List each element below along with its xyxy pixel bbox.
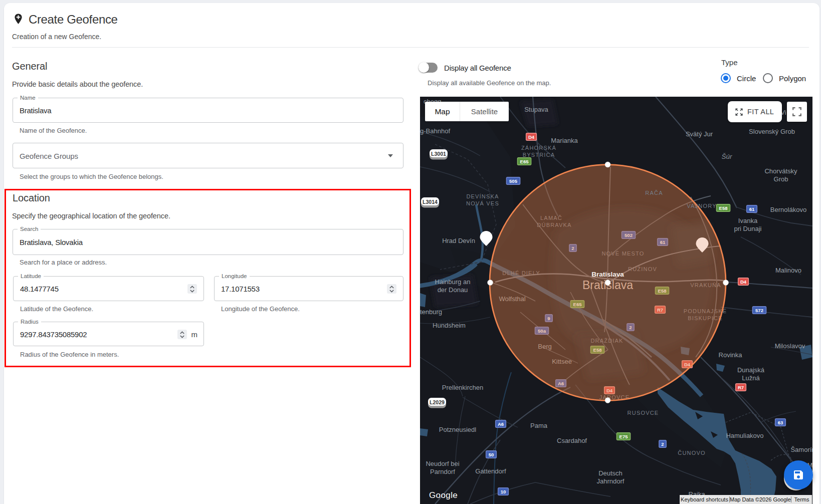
svg-text:Chorvátsky: Chorvátsky (764, 167, 797, 175)
svg-text:R7: R7 (738, 385, 744, 390)
svg-text:L3014: L3014 (423, 199, 438, 205)
svg-text:pri Dunaji: pri Dunaji (734, 225, 762, 232)
svg-text:RUSOVCE: RUSOVCE (628, 410, 659, 416)
svg-text:L2029: L2029 (430, 399, 445, 405)
svg-text:tenburg: tenburg (420, 308, 442, 316)
svg-text:Marianka: Marianka (551, 137, 578, 144)
svg-text:Deutsch: Deutsch (598, 469, 623, 477)
svg-text:g-Bahnhof: g-Bahnhof (420, 127, 450, 135)
svg-text:DEVÍNSKA: DEVÍNSKA (466, 193, 499, 199)
svg-text:Gattendorf: Gattendorf (475, 467, 506, 475)
svg-text:Pama: Pama (530, 422, 548, 429)
svg-text:der Donau: der Donau (438, 286, 468, 294)
svg-text:50: 50 (489, 452, 494, 457)
svg-text:Ivanka: Ivanka (738, 217, 758, 224)
svg-text:572: 572 (755, 308, 763, 313)
svg-text:61: 61 (749, 206, 755, 212)
svg-text:Šúr: Šúr (721, 153, 732, 160)
svg-text:Stupava: Stupava (524, 106, 548, 113)
svg-text:Parndorf: Parndorf (430, 468, 455, 475)
svg-text:Bernolákovo: Bernolákovo (770, 206, 806, 213)
svg-text:ZÁHORSKÁ: ZÁHORSKÁ (521, 145, 556, 151)
svg-text:63: 63 (778, 420, 783, 425)
svg-text:Jahrndorf: Jahrndorf (597, 477, 625, 485)
svg-text:Bratislava: Bratislava (591, 271, 624, 278)
svg-text:Miloslavov: Miloslavov (775, 342, 805, 350)
svg-text:Potzneusiedl: Potzneusiedl (439, 426, 477, 433)
svg-text:ČUNOVO: ČUNOVO (678, 450, 705, 456)
svg-text:E75: E75 (620, 434, 629, 439)
svg-text:Csardahof: Csardahof (557, 437, 587, 444)
svg-text:VAJNORY: VAJNORY (687, 203, 716, 209)
svg-text:Rovinka: Rovinka (719, 351, 743, 359)
svg-text:Malinovo: Malinovo (775, 267, 801, 274)
svg-text:Hainburg an: Hainburg an (435, 278, 471, 286)
svg-text:Šamorín: Šamorín (790, 446, 812, 453)
svg-text:10: 10 (501, 489, 506, 494)
svg-text:E58: E58 (719, 205, 728, 211)
svg-text:2: 2 (661, 441, 664, 447)
svg-text:Dunajská: Dunajská (737, 366, 765, 374)
svg-text:Slovenský Grob: Slovenský Grob (749, 128, 795, 135)
svg-text:Lužná: Lužná (742, 374, 760, 382)
svg-text:Neudorf bei: Neudorf bei (426, 460, 459, 467)
svg-text:A6: A6 (498, 421, 504, 427)
svg-text:E65: E65 (520, 159, 529, 164)
svg-text:Prellenkirchen: Prellenkirchen (442, 384, 483, 391)
svg-text:D4: D4 (740, 279, 747, 285)
svg-text:Svätý Jur: Svätý Jur (686, 130, 713, 138)
svg-text:BYSTRICA: BYSTRICA (523, 152, 555, 158)
svg-text:D4: D4 (528, 134, 535, 140)
svg-text:NOVÁ VES: NOVÁ VES (466, 200, 499, 206)
svg-text:Grob: Grob (774, 175, 788, 183)
svg-text:Hundsheim: Hundsheim (433, 322, 466, 329)
svg-text:Hrad Devín: Hrad Devín (442, 237, 475, 244)
svg-text:L3001: L3001 (431, 151, 446, 157)
svg-text:Hamuliakovo: Hamuliakovo (726, 432, 763, 439)
svg-text:505: 505 (509, 178, 518, 184)
svg-text:RAČA: RAČA (645, 190, 663, 196)
